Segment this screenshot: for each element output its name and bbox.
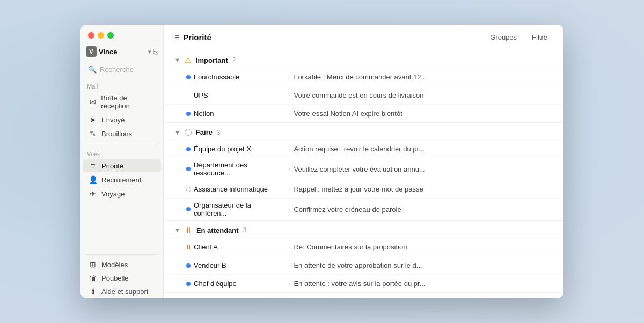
maximize-button[interactable] — [107, 32, 114, 39]
groups-button[interactable]: Groupes — [485, 31, 522, 43]
faire-icon — [185, 129, 192, 136]
row-from: Notion — [194, 109, 285, 118]
row-from: Vendeur B — [194, 261, 285, 269]
drafts-icon: ✎ — [88, 129, 98, 138]
sidebar-item-recruitment[interactable]: 👤 Recrutement — [83, 173, 161, 186]
row-from: UPS — [194, 91, 285, 99]
table-row[interactable]: Équipe du projet X · Action requise : re… — [164, 140, 564, 158]
row-subject: Forkable : Merci de commander avant 12..… — [294, 73, 553, 81]
help-icon: ℹ — [88, 287, 98, 296]
mail-section-label: Mail — [80, 80, 163, 91]
sidebar-item-label: Aide et support — [101, 288, 148, 296]
table-row[interactable]: Chef d'équipe · En attente : votre avis … — [164, 274, 564, 292]
row-indicator: ⏸ — [183, 243, 194, 251]
row-indicator — [183, 207, 194, 211]
group-header-faire[interactable]: ▼ Faire 3 — [164, 123, 564, 140]
search-input[interactable]: Recherche — [100, 65, 134, 74]
sidebar-item-priority[interactable]: ≡ Priorité — [83, 159, 161, 172]
group-header-important[interactable]: ▼ ⚠ Important 2 — [164, 50, 564, 68]
row-subject: Confirmez votre créneau de parole — [294, 205, 553, 214]
row-subject: Action requise : revoir le calendrier du… — [294, 145, 553, 153]
sidebar-item-drafts[interactable]: ✎ Brouillons — [83, 127, 161, 140]
unread-dot — [186, 282, 191, 286]
travel-icon: ✈ — [88, 189, 98, 198]
table-row[interactable]: Assistance informatique · Rappel : mette… — [164, 180, 564, 198]
row-indicator — [183, 167, 194, 171]
table-row[interactable]: UPS · Votre commande est en cours de liv… — [164, 86, 564, 104]
sidebar-item-travel[interactable]: ✈ Voyage — [83, 187, 161, 200]
row-divider: · — [288, 243, 290, 252]
app-window: V Vince ▾ ⎘ 🔍 Recherche Mail ✉ Boîte de … — [80, 25, 564, 298]
unread-dot — [186, 147, 191, 151]
group-count-en-attendant: 3 — [243, 226, 247, 234]
table-row[interactable]: Vendeur B · En attente de votre approbat… — [164, 256, 564, 274]
toolbar-title: ≡ Priorité — [174, 33, 480, 42]
group-en-attendant: ▼ ⏸ En attendant 3 ⏸ Client A · Ré: Comm… — [164, 221, 564, 293]
divider — [86, 144, 158, 144]
row-divider: · — [288, 204, 290, 214]
sidebar-item-inbox[interactable]: ✉ Boîte de réception — [83, 92, 161, 112]
unread-dot — [186, 112, 191, 116]
pause-icon: ⏸ — [185, 226, 192, 234]
collapse-icon: ▼ — [174, 57, 180, 63]
row-subject: Veuillez compléter votre évaluation annu… — [294, 165, 553, 173]
bottom-items: ⊞ Modèles 🗑 Poubelle ℹ Aide et support — [80, 251, 163, 298]
row-from: Organisateur de la conféren... — [194, 201, 285, 217]
sidebar-item-help[interactable]: ℹ Aide et support — [83, 285, 161, 298]
group-header-en-attendant[interactable]: ▼ ⏸ En attendant 3 — [164, 221, 564, 238]
edit-icon[interactable]: ⎘ — [153, 47, 158, 56]
recruitment-icon: 👤 — [88, 175, 98, 184]
main-content: ≡ Priorité Groupes Filtre ▼ ⚠ Important … — [164, 25, 564, 298]
avatar: V — [86, 46, 97, 57]
sidebar-item-models[interactable]: ⊞ Modèles — [83, 258, 161, 271]
group-faire: ▼ Faire 3 Équipe du projet X · Action re… — [164, 123, 564, 221]
models-icon: ⊞ — [88, 260, 98, 269]
row-divider: · — [288, 109, 290, 119]
row-from: Département des ressource... — [194, 161, 285, 177]
row-subject: En attente de votre approbation sur le d… — [294, 261, 553, 269]
user-name: Vince — [99, 48, 146, 56]
table-row[interactable]: Fourchussable · Forkable : Merci de comm… — [164, 68, 564, 86]
circle-dot — [186, 187, 191, 192]
row-subject: En attente : votre avis sur la portée du… — [294, 280, 553, 288]
group-name-faire: Faire — [196, 128, 213, 136]
unread-dot — [186, 75, 191, 79]
group-rows-faire: Équipe du projet X · Action requise : re… — [164, 140, 564, 220]
filter-button[interactable]: Filtre — [526, 31, 553, 43]
search-icon: 🔍 — [88, 65, 97, 74]
group-name-en-attendant: En attendant — [196, 226, 239, 234]
user-row[interactable]: V Vince ▾ ⎘ — [80, 44, 163, 61]
row-divider: · — [288, 164, 290, 174]
row-divider: · — [288, 261, 290, 270]
pause-row-icon: ⏸ — [185, 243, 192, 251]
table-row[interactable]: ⏸ Client A · Ré: Commentaires sur la pro… — [164, 238, 564, 256]
row-from: Fourchussable — [194, 73, 285, 81]
unread-dot — [186, 167, 191, 171]
row-subject: Votre commande est en cours de livraison — [294, 91, 553, 99]
minimize-button[interactable] — [98, 32, 104, 39]
row-indicator — [183, 112, 194, 116]
sidebar-item-sent[interactable]: ➤ Envoyé — [83, 113, 161, 126]
row-from: Équipe du projet X — [194, 145, 285, 153]
trash-icon: 🗑 — [88, 274, 98, 282]
sidebar-item-label: Modèles — [101, 261, 128, 269]
search-row[interactable]: 🔍 Recherche — [85, 63, 159, 76]
table-row[interactable]: Notion · Votre essai Notion AI expire bi… — [164, 104, 564, 122]
table-row[interactable]: Département des ressource... · Veuillez … — [164, 158, 564, 180]
unread-dot — [186, 207, 191, 211]
row-divider: · — [288, 144, 290, 154]
group-rows-important: Fourchussable · Forkable : Merci de comm… — [164, 68, 564, 122]
traffic-lights — [80, 25, 163, 44]
table-row[interactable]: Organisateur de la conféren... · Confirm… — [164, 198, 564, 220]
vues-section-label: Vues — [80, 148, 163, 159]
row-divider: · — [288, 72, 290, 82]
sidebar-item-label: Recrutement — [101, 176, 141, 184]
row-subject: Rappel : mettez à jour votre mot de pass… — [294, 185, 553, 193]
row-indicator — [183, 263, 194, 268]
sidebar-item-label: Voyage — [101, 190, 125, 198]
sidebar-item-label: Boîte de réception — [101, 94, 156, 110]
sidebar-item-trash[interactable]: 🗑 Poubelle — [83, 271, 161, 284]
row-from: Chef d'équipe — [194, 280, 285, 288]
close-button[interactable] — [88, 32, 94, 39]
row-indicator — [183, 282, 194, 286]
